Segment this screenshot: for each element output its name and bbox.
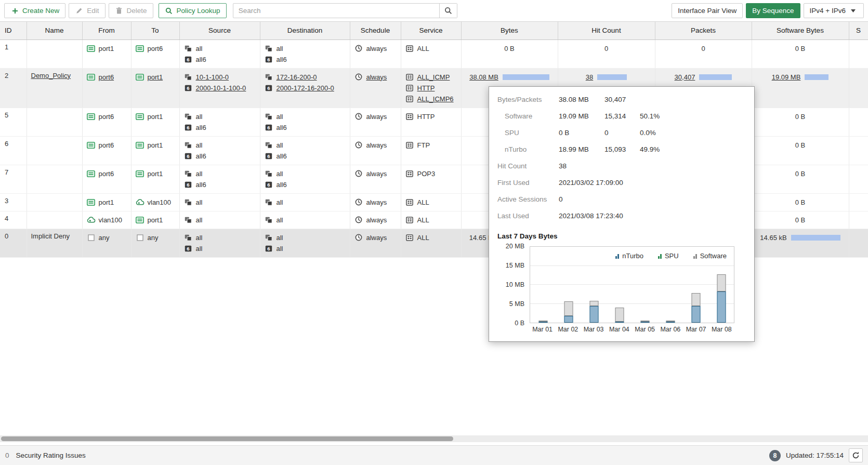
policy-name[interactable]: Demo_Policy (31, 72, 71, 79)
schedule-chip[interactable]: always (354, 43, 397, 54)
subnet6-chip[interactable]: 6all6 (184, 151, 256, 162)
column-header-source[interactable]: Source (179, 22, 260, 39)
interface-pair-view-button[interactable]: Interface Pair View (672, 3, 743, 18)
interface-chip[interactable]: port6 (136, 43, 175, 54)
subnet6-chip[interactable]: 6all6 (184, 179, 256, 190)
column-header-from[interactable]: From (82, 22, 131, 39)
interface-chip[interactable]: port1 (136, 140, 175, 151)
column-header-to[interactable]: To (131, 22, 179, 39)
service-chip[interactable]: ALL_ICMP (405, 72, 457, 83)
schedule-chip[interactable]: always (354, 197, 397, 208)
delete-button[interactable]: Delete (109, 3, 153, 18)
any-chip[interactable]: any (87, 232, 127, 243)
interface-chip[interactable]: port1 (136, 215, 175, 225)
subnet-chip[interactable]: all (184, 43, 256, 54)
policy-lookup-button[interactable]: Policy Lookup (159, 3, 227, 18)
interface-chip[interactable]: port6 (87, 72, 127, 83)
subnet6-icon: 6 (265, 124, 273, 131)
schedule-chip[interactable]: always (354, 168, 397, 179)
policy-tooltip: Bytes/Packets38.08 MB30,407Software19.09… (489, 86, 755, 342)
column-header-service[interactable]: Service (401, 22, 461, 39)
service-chip[interactable]: POP3 (405, 168, 457, 179)
notification-badge[interactable]: 8 (769, 450, 781, 461)
cell-id: 7 (0, 165, 27, 193)
edit-button[interactable]: Edit (69, 3, 105, 18)
service-chip[interactable]: FTP (405, 140, 457, 151)
subnet-chip[interactable]: all (265, 168, 346, 179)
subnet-chip[interactable]: all (265, 140, 346, 151)
cell-service: FTP (401, 136, 461, 165)
service-chip[interactable]: ALL (405, 43, 457, 54)
interface-chip[interactable]: port6 (87, 140, 127, 151)
column-header-bytes[interactable]: Bytes (461, 22, 558, 39)
subnet-chip[interactable]: all (265, 43, 346, 54)
subnet6-chip[interactable]: 6all (265, 243, 346, 254)
by-sequence-button[interactable]: By Sequence (746, 3, 800, 18)
service-chip[interactable]: ALL (405, 232, 457, 243)
schedule-chip[interactable]: always (354, 215, 397, 225)
column-header-s[interactable]: S (849, 22, 868, 39)
subnet6-chip[interactable]: 6all6 (184, 122, 256, 133)
schedule-chip[interactable]: always (354, 111, 397, 122)
column-header-hit-count[interactable]: Hit Count (558, 22, 655, 39)
subnet6-chip[interactable]: 62000-10-1-100-0 (184, 83, 256, 94)
subnet-chip[interactable]: all (265, 197, 346, 208)
service-chip[interactable]: HTTP (405, 83, 457, 94)
scrollbar-thumb[interactable] (1, 436, 453, 441)
policy-row-1[interactable]: 1port1port6all6all6all6all6alwaysALL0 B0… (0, 39, 868, 68)
subnet6-chip[interactable]: 6all6 (265, 179, 346, 190)
subnet-chip[interactable]: all (184, 232, 256, 243)
interface-chip[interactable]: port6 (87, 168, 127, 179)
subnet6-chip[interactable]: 62000-172-16-200-0 (265, 83, 346, 94)
policy-name[interactable]: Implicit Deny (31, 232, 70, 240)
horizontal-scrollbar[interactable] (0, 435, 868, 442)
search-input[interactable] (233, 7, 439, 15)
vlan-chip[interactable]: vlan100 (136, 197, 175, 208)
any-chip[interactable]: any (136, 232, 175, 243)
interface-chip[interactable]: port6 (87, 111, 127, 122)
service-icon (405, 170, 414, 177)
subnet-chip[interactable]: all (265, 232, 346, 243)
interface-chip[interactable]: port1 (87, 197, 127, 208)
service-chip[interactable]: ALL (405, 197, 457, 208)
subnet-chip[interactable]: all (184, 197, 256, 208)
interface-chip[interactable]: port1 (87, 43, 127, 54)
column-header-schedule[interactable]: Schedule (350, 22, 401, 39)
subnet6-chip[interactable]: 6all (184, 243, 256, 254)
metric-value: 38 (562, 72, 651, 83)
subnet6-chip[interactable]: 6all6 (184, 54, 256, 65)
subnet-chip[interactable]: all (265, 111, 346, 122)
security-rating-label[interactable]: Security Rating Issues (16, 451, 86, 459)
bar-segment-nturbo (666, 322, 675, 323)
vlan-chip[interactable]: vlan100 (87, 215, 127, 225)
subnet6-chip[interactable]: 6all6 (265, 122, 346, 133)
interface-chip[interactable]: port1 (136, 111, 175, 122)
column-header-packets[interactable]: Packets (655, 22, 752, 39)
interface-chip[interactable]: port1 (136, 168, 175, 179)
interface-chip[interactable]: port1 (136, 72, 175, 83)
subnet-chip[interactable]: all (184, 140, 256, 151)
column-header-software-bytes[interactable]: Software Bytes (752, 22, 849, 39)
service-chip[interactable]: HTTP (405, 111, 457, 122)
subnet-chip[interactable]: all (265, 215, 346, 225)
subnet-chip[interactable]: all (184, 215, 256, 225)
column-header-id[interactable]: ID (0, 22, 27, 39)
refresh-button[interactable] (849, 448, 863, 462)
subnet-chip[interactable]: all (184, 168, 256, 179)
ip-version-dropdown[interactable]: IPv4 + IPv6 (804, 3, 864, 18)
subnet-chip[interactable]: 172-16-200-0 (265, 72, 346, 83)
subnet6-chip[interactable]: 6all6 (265, 54, 346, 65)
subnet-chip[interactable]: 10-1-100-0 (184, 72, 256, 83)
subnet-chip[interactable]: all (184, 111, 256, 122)
column-header-name[interactable]: Name (27, 22, 82, 39)
search-submit-button[interactable] (439, 4, 457, 18)
cell-source: all6all6 (179, 136, 260, 165)
subnet6-chip[interactable]: 6all6 (265, 151, 346, 162)
column-header-destination[interactable]: Destination (260, 22, 350, 39)
schedule-chip[interactable]: always (354, 140, 397, 151)
schedule-chip[interactable]: always (354, 72, 397, 83)
schedule-chip[interactable]: always (354, 232, 397, 243)
service-chip[interactable]: ALL (405, 215, 457, 225)
service-chip[interactable]: ALL_ICMP6 (405, 94, 457, 104)
create-new-button[interactable]: Create New (4, 3, 65, 18)
